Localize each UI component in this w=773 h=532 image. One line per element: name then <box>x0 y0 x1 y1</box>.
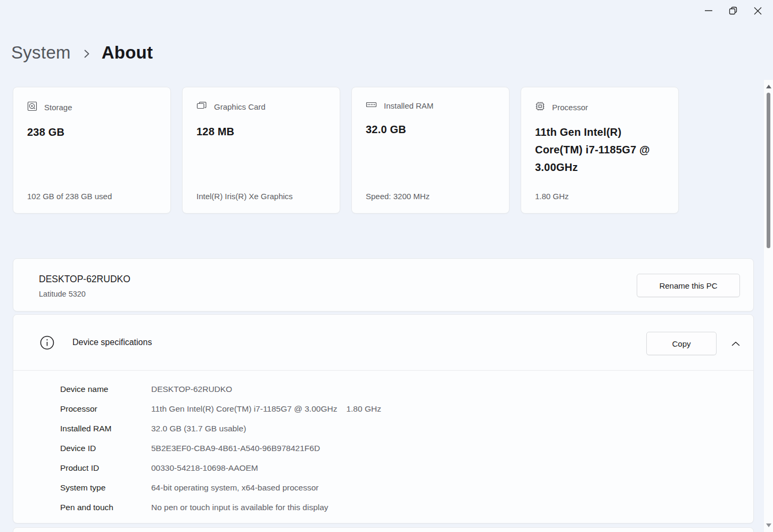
spec-rows: Device name DESKTOP-62RUDKO Processor 11… <box>60 379 741 517</box>
info-icon <box>40 335 54 352</box>
restore-button[interactable] <box>721 0 745 21</box>
spec-value: 5B2E3EF0-CBA9-4B61-A540-96B978421F6D <box>151 444 320 453</box>
section-title: Device specifications <box>72 338 152 347</box>
processor-card: Processor 11th Gen Intel(R) Core(TM) i7-… <box>521 87 679 214</box>
graphics-card-card: Graphics Card 128 MB Intel(R) Iris(R) Xe… <box>182 87 340 214</box>
title-bar <box>0 0 773 21</box>
scrollbar[interactable] <box>764 80 773 532</box>
spec-value: 64-bit operating system, x64-based proce… <box>151 483 318 493</box>
spec-label: Installed RAM <box>60 424 151 433</box>
device-specifications-panel: Device specifications Copy Device name D… <box>13 314 754 523</box>
close-icon <box>754 7 762 15</box>
spec-row-system-type: System type 64-bit operating system, x64… <box>60 478 741 497</box>
spec-value: DESKTOP-62RUDKO <box>151 384 232 394</box>
spec-label: Device name <box>60 384 151 394</box>
card-detail: 1.80 GHz <box>535 192 668 201</box>
minimize-button[interactable] <box>696 0 721 21</box>
page-title: About <box>102 43 153 63</box>
scrollbar-thumb[interactable] <box>767 93 770 248</box>
card-detail: 102 GB of 238 GB used <box>27 192 160 201</box>
scroll-up-icon <box>766 85 771 88</box>
hdd-icon <box>27 101 37 113</box>
card-value: 32.0 GB <box>366 121 495 138</box>
card-detail: Speed: 3200 MHz <box>366 192 498 201</box>
card-label: Installed RAM <box>384 101 433 110</box>
gpu-icon <box>196 101 207 112</box>
scroll-up-button[interactable] <box>764 82 773 91</box>
spec-label: Product ID <box>60 463 151 473</box>
card-label: Graphics Card <box>214 102 266 111</box>
spec-row-processor: Processor 11th Gen Intel(R) Core(TM) i7-… <box>60 399 741 419</box>
spec-row-pen-and-touch: Pen and touch No pen or touch input is a… <box>60 497 741 517</box>
spec-value: 32.0 GB (31.7 GB usable) <box>151 424 246 433</box>
device-name: DESKTOP-62RUDKO <box>39 274 130 285</box>
device-name-panel: DESKTOP-62RUDKO Latitude 5320 Rename thi… <box>13 258 754 312</box>
minimize-icon <box>704 6 713 15</box>
close-button[interactable] <box>745 0 770 21</box>
breadcrumb-system[interactable]: System <box>11 43 71 63</box>
spec-label: Processor <box>60 404 151 414</box>
scroll-down-icon <box>766 523 771 527</box>
spec-value: 00330-54218-10698-AAOEM <box>151 463 258 473</box>
summary-cards: Storage 238 GB 102 GB of 238 GB used Gra… <box>13 87 679 214</box>
spec-row-device-id: Device ID 5B2E3EF0-CBA9-4B61-A540-96B978… <box>60 438 741 458</box>
storage-card: Storage 238 GB 102 GB of 238 GB used <box>13 87 171 214</box>
card-label: Processor <box>552 103 588 112</box>
caption-buttons <box>696 0 770 21</box>
spec-label: System type <box>60 483 151 493</box>
card-detail: Intel(R) Iris(R) Xe Graphics <box>196 192 329 201</box>
spec-row-product-id: Product ID 00330-54218-10698-AAOEM <box>60 458 741 478</box>
spec-value-extra: 1.80 GHz <box>346 404 381 414</box>
card-label: Storage <box>44 103 72 112</box>
spec-value: 11th Gen Intel(R) Core(TM) i7-1185G7 @ 3… <box>151 404 337 414</box>
divider <box>13 370 753 371</box>
card-value: 11th Gen Intel(R) Core(TM) i7-1185G7 @ 3… <box>535 124 664 176</box>
spec-label: Pen and touch <box>60 503 151 512</box>
device-specifications-header: Device specifications Copy <box>13 315 753 370</box>
spec-value: No pen or touch input is available for t… <box>151 503 328 512</box>
card-value: 128 MB <box>196 123 326 141</box>
copy-button[interactable]: Copy <box>646 332 717 355</box>
scroll-down-button[interactable] <box>764 521 773 530</box>
installed-ram-card: Installed RAM 32.0 GB Speed: 3200 MHz <box>351 87 509 214</box>
next-section-panel <box>13 527 754 532</box>
restore-icon <box>729 6 737 15</box>
cpu-icon <box>535 101 545 113</box>
spec-label: Device ID <box>60 444 151 453</box>
breadcrumb: System About <box>11 43 153 63</box>
card-value: 238 GB <box>27 124 157 141</box>
chevron-up-icon <box>731 340 740 348</box>
spec-row-device-name: Device name DESKTOP-62RUDKO <box>60 379 741 399</box>
device-model: Latitude 5320 <box>39 290 86 298</box>
chevron-right-icon <box>84 48 90 59</box>
ram-icon <box>366 101 377 110</box>
rename-pc-button[interactable]: Rename this PC <box>637 274 740 297</box>
collapse-toggle[interactable] <box>725 333 746 354</box>
spec-row-installed-ram: Installed RAM 32.0 GB (31.7 GB usable) <box>60 419 741 438</box>
